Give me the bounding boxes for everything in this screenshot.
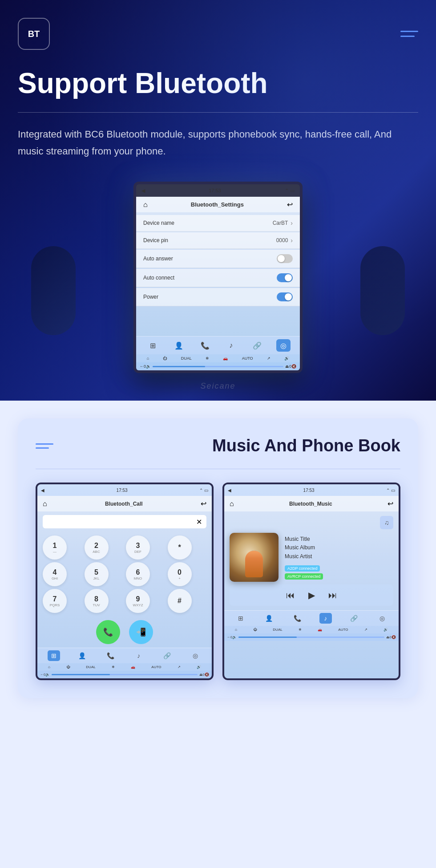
music-eject-icon[interactable]: ⏏	[386, 635, 390, 639]
device-name-chevron: ›	[291, 219, 293, 227]
grid-nav-icon[interactable]: ⊞	[145, 339, 160, 352]
call-home-icon[interactable]: ⌂	[43, 500, 47, 508]
call-eye-icon[interactable]: ◎	[189, 650, 202, 661]
back-arrow-icon[interactable]: ◀	[141, 188, 145, 194]
key-2[interactable]: 2ABC	[85, 535, 109, 560]
bottom-menu-icon[interactable]	[36, 443, 53, 449]
avrcp-badge: AVRCP connected	[285, 573, 323, 580]
mute-icon[interactable]: 🔇	[291, 364, 296, 369]
call-back-vol[interactable]: ←	[40, 673, 44, 677]
call-grid-icon[interactable]: ⊞	[48, 650, 60, 661]
call-home-ctrl[interactable]: ⌂	[48, 665, 50, 669]
prev-track-button[interactable]: ⏮	[286, 590, 295, 600]
camera-nav-icon[interactable]: ◎	[276, 339, 291, 352]
next-track-button[interactable]: ⏭	[328, 590, 337, 600]
call-link-icon[interactable]: 🔗	[161, 650, 173, 661]
call-person-icon[interactable]: 👤	[76, 650, 88, 661]
call-snow-icon[interactable]: ❄	[112, 665, 115, 669]
call-power-ctrl[interactable]: ⏻	[66, 665, 70, 669]
key-4[interactable]: 4GHI	[43, 562, 67, 586]
music-dual-label: DUAL	[273, 628, 282, 632]
redial-button[interactable]: 📲	[129, 620, 153, 644]
key-6[interactable]: 6MNO	[126, 562, 150, 586]
music-auto-label: AUTO	[338, 628, 348, 632]
power-ctrl-icon[interactable]: ⏻	[163, 356, 167, 361]
music-back-btn[interactable]: ↩	[388, 499, 393, 508]
music-person-icon[interactable]: 👤	[262, 613, 275, 624]
music-nav-icon[interactable]: ♪	[224, 339, 238, 352]
key-9[interactable]: 9WXYZ	[126, 589, 150, 613]
music-vol-icon[interactable]: 🔊	[384, 628, 388, 632]
hamburger-menu-icon[interactable]	[400, 31, 418, 37]
phone-nav-icon[interactable]: 📞	[198, 339, 212, 352]
call-music-icon[interactable]: ♪	[133, 650, 145, 661]
call-eject-icon[interactable]: ⏏	[199, 673, 203, 677]
back-ctrl-icon[interactable]: ←	[140, 364, 144, 369]
snowflake-icon[interactable]: ❄	[206, 356, 209, 361]
music-car-icon[interactable]: 🚗	[318, 628, 322, 632]
tablet-panels: ◀ 17:53 ⌃ ▭ ⌂ Bluetooth_Call ↩ ✕ 1— 2ABC…	[36, 483, 400, 680]
arrow-icon[interactable]: ↗	[267, 356, 270, 361]
auto-connect-row[interactable]: Auto connect	[136, 269, 300, 287]
music-arrow-icon[interactable]: ↗	[364, 628, 367, 632]
music-note-nav-icon[interactable]: ♪	[319, 613, 332, 624]
music-grid-icon[interactable]: ⊞	[234, 613, 247, 624]
power-row[interactable]: Power	[136, 288, 300, 306]
call-back-btn[interactable]: ↩	[201, 499, 206, 508]
a2dp-badge: A2DP connected	[285, 565, 320, 572]
key-7[interactable]: 7PQRS	[43, 589, 67, 613]
music-snow-icon[interactable]: ❄	[299, 628, 302, 632]
key-hash[interactable]: #	[168, 589, 192, 613]
call-search-bar[interactable]: ✕	[43, 515, 206, 528]
home-icon[interactable]: ⌂	[143, 201, 148, 209]
auto-answer-toggle[interactable]	[277, 254, 293, 263]
vol-icon[interactable]: 🔊	[284, 356, 289, 361]
music-home-icon[interactable]: ⌂	[230, 500, 234, 508]
call-vol-icon[interactable]: 🔊	[197, 665, 201, 669]
call-phone-icon[interactable]: 📞	[104, 650, 117, 661]
key-1[interactable]: 1—	[43, 535, 67, 560]
keypad: 1— 2ABC 3DEF * 4GHI 5JKL 6MNO 0+ 7PQRS 8…	[37, 532, 212, 617]
music-link-icon[interactable]: 🔗	[347, 613, 360, 624]
music-phone-icon[interactable]: 📞	[291, 613, 303, 624]
music-back-vol[interactable]: ←	[227, 635, 230, 639]
auto-connect-toggle[interactable]	[277, 273, 293, 282]
power-toggle[interactable]	[277, 292, 293, 301]
key-3[interactable]: 3DEF	[126, 535, 150, 560]
clear-icon[interactable]: ✕	[196, 518, 202, 526]
volume-bar[interactable]	[153, 366, 283, 367]
home-ctrl-icon[interactable]: ⌂	[147, 356, 149, 361]
vol-icon-right[interactable]: ⏏	[285, 364, 289, 369]
music-mute-icon[interactable]: 🔇	[392, 635, 396, 639]
key-star[interactable]: *	[168, 535, 192, 560]
music-sound-icon[interactable]: 🔉	[232, 635, 237, 639]
play-button[interactable]: ▶	[308, 590, 315, 600]
sound-icon[interactable]: 🔉	[146, 364, 151, 369]
call-sound-icon[interactable]: 🔉	[45, 673, 50, 677]
music-back-icon[interactable]: ◀	[228, 488, 231, 493]
link-nav-icon[interactable]: 🔗	[250, 339, 264, 352]
call-car-icon[interactable]: 🚗	[131, 665, 135, 669]
music-panel-ctrl: ⌂ ⏻ DUAL ❄ 🚗 AUTO ↗ 🔊	[224, 626, 399, 633]
call-panel-header: ⌂ Bluetooth_Call ↩	[37, 496, 212, 511]
car-icon[interactable]: 🚗	[223, 356, 228, 361]
call-panel-status: ◀ 17:53 ⌃ ▭	[37, 484, 212, 496]
call-arrow-icon[interactable]: ↗	[178, 665, 181, 669]
call-back-icon[interactable]: ◀	[41, 488, 44, 493]
call-mute-icon[interactable]: 🔇	[205, 673, 209, 677]
music-power-ctrl[interactable]: ⏻	[253, 628, 257, 632]
key-8[interactable]: 8TUV	[85, 589, 109, 613]
key-0[interactable]: 0+	[168, 562, 192, 586]
music-volume-bar[interactable]	[238, 637, 384, 638]
answer-call-button[interactable]: 📞	[96, 620, 120, 644]
device-pin-row[interactable]: Device pin 0000 ›	[136, 232, 300, 249]
music-eye-icon[interactable]: ◎	[376, 613, 388, 624]
back-icon[interactable]: ↩	[287, 200, 293, 209]
music-note-button[interactable]: ♫	[380, 516, 393, 529]
call-volume-bar[interactable]	[52, 674, 197, 675]
key-5[interactable]: 5JKL	[85, 562, 109, 586]
device-name-row[interactable]: Device name CarBT ›	[136, 215, 300, 231]
person-nav-icon[interactable]: 👤	[172, 339, 186, 352]
music-home-ctrl[interactable]: ⌂	[235, 628, 237, 632]
auto-answer-row[interactable]: Auto answer	[136, 250, 300, 268]
